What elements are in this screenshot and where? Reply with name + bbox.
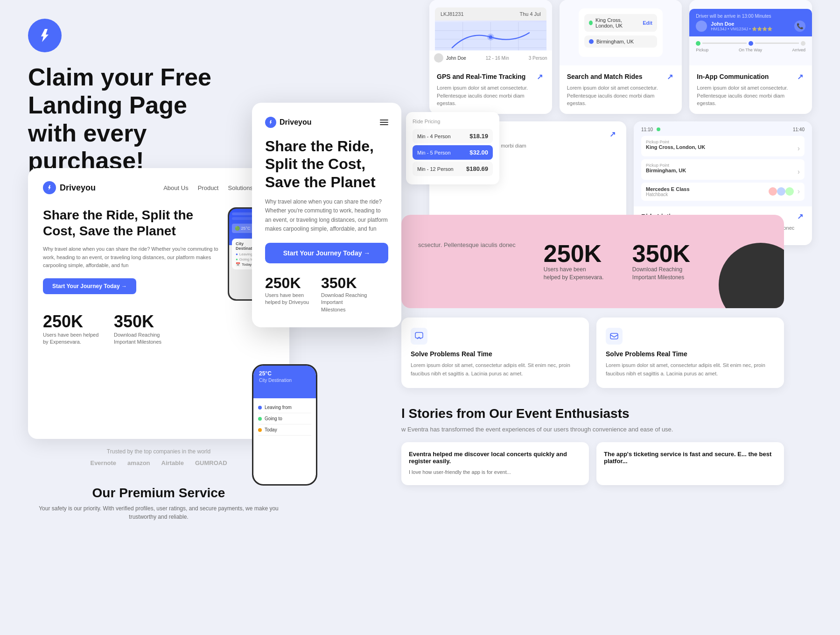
gps-info-bar: John Doe 12 - 16 Min 3 Person <box>429 50 552 65</box>
car-avatars: › <box>770 187 800 196</box>
phone-route-item-1: Leaving from <box>258 402 311 413</box>
nav-solutions[interactable]: Solutions <box>228 184 252 191</box>
story-title-2: The app's ticketing service is fast and … <box>604 451 777 465</box>
route-dot-3 <box>258 428 262 432</box>
pricing-price-1: $18.19 <box>469 133 488 140</box>
modal-hero-title: Share the Ride, Split the Cost, Save the… <box>265 137 388 191</box>
comm-driver-info: John Doe HM134J • VM1234J • ⭐⭐⭐⭐ 📞 <box>696 21 805 32</box>
pickup-addr-row: King Cross, London, UK › <box>646 144 800 153</box>
story-card-1: Eventra helped me discover local concert… <box>401 442 589 485</box>
spacer <box>664 127 791 132</box>
label-pickup: Pickup <box>696 48 708 52</box>
progress-line-2 <box>755 42 799 44</box>
search-card-desc: Lorem ipsum dolor sit amet consectetur. … <box>567 84 675 107</box>
comm-driver-name: John Doe <box>711 21 772 27</box>
pricing-mock: Ride Pricing Min - 4 Person $18.19 Min -… <box>406 112 499 184</box>
hamburger-icon[interactable] <box>380 120 388 125</box>
modal-stat2-label: Download Reaching Important Milestones <box>321 292 368 313</box>
svg-marker-0 <box>41 29 49 42</box>
gps-card-img: LKJ81231 Thu 4 Jul <box>429 0 552 65</box>
stat-item-1: 250K Users have been helped by Expenseva… <box>43 312 99 346</box>
pink-stat-1: scsectur. Pellentesque iaculis donec <box>418 241 516 250</box>
avatar-2 <box>777 187 785 196</box>
trust-amazon: amazon <box>127 459 150 466</box>
stories-cards: Eventra helped me discover local concert… <box>401 442 784 485</box>
modal-nav: Driveyou <box>265 117 388 128</box>
page-wrapper: Claim your Free Landing Page with every … <box>0 0 840 635</box>
gps-date: Thu 4 Jul <box>519 11 540 17</box>
comm-mock: Driver will be arrive in 13:00 Minutes J… <box>689 9 812 57</box>
pricing-row-1: Min - 4 Person $18.19 <box>413 129 493 143</box>
pickup-addr-text: King Cross, London, UK <box>646 144 705 153</box>
problem-desc-2: Lorem ipsum dolor sit amet, consectetur … <box>606 361 775 378</box>
search-dropoff: Birmingham, UK <box>584 35 657 48</box>
stat2-number: 350K <box>114 312 170 332</box>
modal-stat2-num: 350K <box>321 275 368 292</box>
modal-phone-header: 25°C City Destination <box>253 366 316 398</box>
pricing-header: Ride Pricing <box>413 119 493 124</box>
trusted-logos: Evernote amazon Airtable GUMROAD <box>28 459 289 466</box>
phone-dest: City Destination <box>259 378 310 383</box>
avatar-1 <box>769 187 777 196</box>
comm-arrow-icon: ↗ <box>795 72 805 81</box>
driver-info: John Doe <box>434 53 466 63</box>
pricing-label-2: Min - 5 Person <box>417 150 451 155</box>
progress-labels: Pickup On The Way Arrived <box>689 46 812 57</box>
arrive-msg: Driver will be arrive in 13:00 Minutes <box>696 14 805 19</box>
comm-driver-details: John Doe HM134J • VM1234J • ⭐⭐⭐⭐ <box>711 21 772 31</box>
premium-section: Our Premium Service Your safety is our p… <box>28 486 289 521</box>
premium-desc: Your safety is our priority. With verifi… <box>28 504 289 521</box>
trust-gumroad: GUMROAD <box>195 459 227 466</box>
nav-about[interactable]: About Us <box>163 184 188 191</box>
svg-point-11 <box>489 35 492 39</box>
modal-brand-label: Driveyou <box>280 118 311 127</box>
edit-label[interactable]: Edit <box>643 20 652 26</box>
cancel-arrow-icon: ↗ <box>608 130 617 139</box>
comm-header: Driver will be arrive in 13:00 Minutes J… <box>689 9 812 36</box>
modal-hero-desc: Why travel alone when you can share the … <box>265 198 388 233</box>
search-card-title: Search and Match Rides ↗ <box>567 72 675 81</box>
phone-route-item-2: Going to <box>258 413 311 424</box>
dropoff-text: Birmingham, UK <box>596 39 634 44</box>
gps-card-desc: Lorem ipsum dolor sit amet consectetur. … <box>437 84 545 107</box>
label-arrived: Arrived <box>792 48 805 52</box>
problem-icon-2 <box>606 328 623 345</box>
problem-title-1: Solve Problems Real Time <box>411 350 580 358</box>
gps-card-title: GPS and Real-Time Tracking ↗ <box>437 72 545 81</box>
problem-card-1: Solve Problems Real Time Lorem ipsum dol… <box>401 318 589 388</box>
route-dot-2 <box>258 417 262 421</box>
avatar-3 <box>785 187 794 196</box>
nav-product[interactable]: Product <box>198 184 219 191</box>
modal-stat1-label: Users have been helped by Driveyou <box>265 292 312 306</box>
progress-dot-onway <box>749 41 753 46</box>
pink-stat3-desc: Download Reaching Important Milestones <box>632 266 693 282</box>
modal-cta-button[interactable]: Start Your Journey Today → <box>265 243 388 263</box>
landing-brand: Driveyou <box>43 181 96 194</box>
modal-phone-screen: 25°C City Destination Leaving from Going… <box>253 366 316 484</box>
modal-phone-container: 25°C City Destination Leaving from Going… <box>252 364 373 486</box>
gps-arrow-icon: ↗ <box>535 72 545 81</box>
gps-time: 12 - 16 Min <box>486 56 509 61</box>
comm-title-text: In-App Communication <box>697 73 769 80</box>
pink-stat2-desc: Users have been helped by Expensevara. <box>544 266 604 282</box>
landing-card-left: Driveyou About Us Product Solutions Blog… <box>28 168 289 439</box>
car-row: Mercedes E Class Hatchback › <box>641 183 805 201</box>
modal-brand: Driveyou <box>265 117 311 128</box>
landing-nav: Driveyou About Us Product Solutions Blog <box>43 181 274 194</box>
comm-phone-icon[interactable]: 📞 <box>794 21 805 32</box>
phone-temp: 25°C <box>259 370 310 377</box>
stop-dot-1 <box>657 127 660 131</box>
cta-button[interactable]: Start Your Journey Today → <box>43 278 136 294</box>
trust-evernote: Evernote <box>90 459 116 466</box>
dropoff-dot <box>589 39 594 44</box>
pricing-label-3: Min - 12 Person <box>417 166 454 172</box>
comm-avatar <box>696 21 707 32</box>
pricing-price-3: $180.69 <box>466 165 488 172</box>
feature-card-gps: LKJ81231 Thu 4 Jul <box>429 0 552 114</box>
phone-route-list: Leaving from Going to Today <box>253 398 316 439</box>
pink-stat-numbers: scsectur. Pellentesque iaculis donec 250… <box>418 241 693 282</box>
car-info: Mercedes E Class Hatchback <box>646 186 690 197</box>
pricing-row-2[interactable]: Min - 5 Person $32.00 <box>413 145 493 160</box>
trusted-bar: Trusted by the top companies in the worl… <box>28 448 289 466</box>
feature-card-comm: Driver will be arrive in 13:00 Minutes J… <box>689 0 812 114</box>
